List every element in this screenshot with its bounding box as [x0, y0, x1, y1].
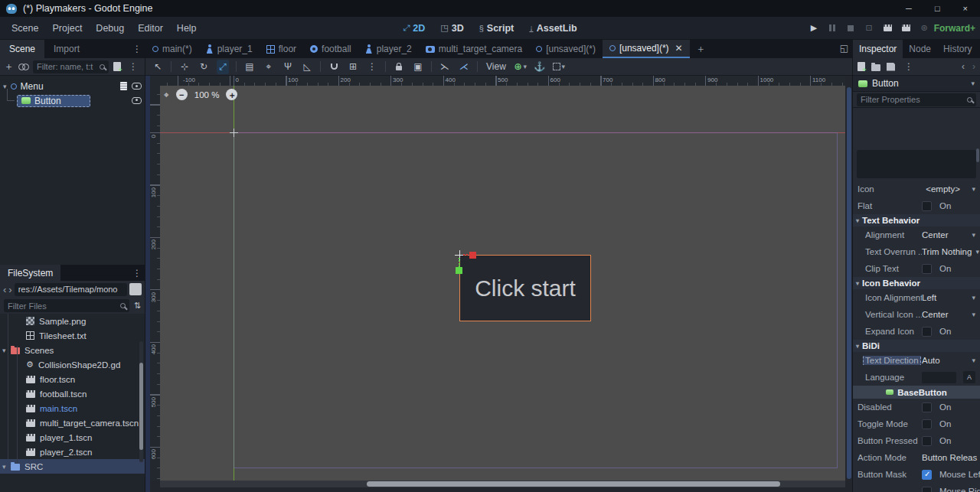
selected-node-pill[interactable]: Button	[17, 95, 90, 107]
ruler-tool-icon[interactable]: ◺	[301, 60, 313, 74]
section-text-behavior[interactable]: ▾Text Behavior	[853, 214, 980, 226]
file-row[interactable]: Sample.png	[0, 314, 145, 328]
pause-icon[interactable]	[827, 24, 838, 33]
file-row[interactable]: player_2.tscn	[0, 445, 145, 459]
workspace-assetlib-button[interactable]: ↓AssetLib	[523, 21, 583, 36]
visibility-eye-icon[interactable]	[132, 97, 142, 104]
instance-scene-button[interactable]	[18, 64, 28, 70]
button-pressed-checkbox[interactable]	[922, 436, 932, 446]
scale-tool-icon[interactable]: ⤢	[217, 60, 229, 74]
text-direction-dropdown[interactable]: Auto▾	[922, 356, 975, 365]
tab-history[interactable]: History	[937, 40, 978, 58]
snap-options-icon[interactable]: ⋮	[366, 60, 378, 74]
attach-script-button[interactable]	[113, 62, 121, 71]
lock-object-icon[interactable]	[393, 60, 405, 74]
scene-tab-unsaved2-active[interactable]: [unsaved](*)✕	[603, 40, 690, 58]
script-attached-icon[interactable]	[120, 82, 127, 90]
file-row[interactable]: player_1.tscn	[0, 430, 145, 445]
display-mode-button[interactable]	[129, 283, 142, 295]
close-tab-icon[interactable]: ✕	[675, 43, 683, 54]
tree-row-menu[interactable]: ▾ Menu	[0, 79, 145, 93]
action-mode-dropdown[interactable]: Button Releas▾	[922, 453, 975, 462]
add-node-here-icon[interactable]: ⊕▾	[514, 60, 527, 74]
skeleton-show-bones-icon[interactable]: ⋌	[458, 60, 470, 74]
scene-tab-player1[interactable]: player_1	[199, 40, 260, 58]
collapse-icon[interactable]: ▾	[2, 347, 6, 354]
renderer-selector[interactable]: Forward+	[934, 23, 975, 34]
rotate-tool-icon[interactable]: ↻	[198, 60, 210, 74]
scene-tree-menu-icon[interactable]: ⋮	[126, 61, 141, 72]
file-row[interactable]: ⚙CollisionShape2D.gd	[0, 357, 145, 372]
pivot-tool-icon[interactable]: ⌖	[263, 60, 275, 74]
menu-debug[interactable]: Debug	[89, 20, 131, 37]
filesystem-menu-icon[interactable]: ⋮	[129, 268, 145, 279]
tree-row-button[interactable]: Button	[0, 93, 145, 108]
anchor-handle-green[interactable]	[456, 267, 462, 274]
container-sizing-icon[interactable]: ▾	[553, 60, 565, 74]
view-menu[interactable]: View	[485, 61, 508, 72]
list-select-tool-icon[interactable]: ▤	[243, 60, 256, 74]
new-scene-tab-button[interactable]: ＋	[690, 40, 712, 58]
vertical-icon-dropdown[interactable]: Center▾	[922, 310, 975, 319]
translation-icon[interactable]: A	[963, 371, 975, 383]
new-resource-icon[interactable]	[858, 62, 865, 71]
minimize-button[interactable]: ─	[906, 4, 912, 13]
distraction-free-icon[interactable]: ◱	[840, 43, 848, 54]
history-back-icon[interactable]: ‹	[962, 61, 965, 72]
canvas-vscrollbar[interactable]	[846, 86, 852, 481]
zoom-out-button[interactable]: −	[176, 89, 188, 100]
sort-files-icon[interactable]: ⇅	[134, 301, 141, 311]
tab-inspector[interactable]: Inspector	[853, 40, 903, 58]
flat-checkbox[interactable]	[922, 201, 932, 211]
save-resource-icon[interactable]	[887, 63, 895, 71]
toggle-mode-checkbox[interactable]	[922, 419, 932, 429]
select-tool-icon[interactable]: ↖	[152, 60, 164, 74]
category-base-button[interactable]: BaseButton	[853, 386, 980, 399]
move-tool-icon[interactable]: ⊹	[178, 60, 191, 74]
mouse-left-checkbox[interactable]	[922, 470, 932, 480]
anchor-handle-red[interactable]	[469, 252, 476, 259]
canvas-button-node[interactable]: Click start	[459, 255, 591, 321]
play-icon[interactable]: ▶	[808, 23, 819, 33]
tab-filesystem[interactable]: FileSystem	[0, 265, 60, 281]
canvas-hscrollbar[interactable]	[160, 481, 845, 487]
inspector-scrollbar[interactable]	[976, 148, 979, 162]
menu-editor[interactable]: Editor	[131, 20, 170, 37]
section-bidi[interactable]: ▾BiDi	[853, 340, 980, 352]
file-row[interactable]: main.tscn	[0, 401, 145, 415]
text-overrun-dropdown[interactable]: Trim Nothing▾	[922, 247, 975, 256]
menu-project[interactable]: Project	[45, 20, 89, 37]
play-custom-scene-icon[interactable]	[900, 24, 911, 33]
smart-snap-icon[interactable]	[328, 60, 340, 74]
pan-tool-icon[interactable]: Ψ	[282, 60, 294, 74]
current-path-input[interactable]	[18, 285, 123, 294]
scene-tab-main[interactable]: main(*)	[145, 40, 199, 58]
file-filter-input[interactable]	[8, 301, 117, 311]
file-row[interactable]: floor.tscn	[0, 372, 145, 386]
icon-alignment-dropdown[interactable]: Left▾	[922, 293, 975, 302]
scene-filter-input[interactable]	[37, 62, 96, 71]
workspace-3d-button[interactable]: ◳3D	[434, 21, 469, 36]
tab-scene[interactable]: Scene	[0, 40, 44, 58]
clip-text-checkbox[interactable]	[922, 264, 932, 274]
alignment-dropdown[interactable]: Center▾	[922, 230, 975, 239]
scene-dock-menu-icon[interactable]: ⋮	[129, 44, 145, 54]
grid-snap-icon[interactable]: ⊞	[347, 60, 359, 74]
anchor-preset-icon[interactable]: ⚓	[534, 60, 546, 74]
mouse-right-checkbox[interactable]	[922, 487, 932, 492]
folder-row[interactable]: ▾SRC	[0, 459, 145, 474]
folder-row[interactable]: ▾Scenes	[0, 343, 145, 357]
disabled-checkbox[interactable]	[922, 402, 932, 412]
menu-scene[interactable]: Scene	[5, 20, 45, 37]
add-node-button[interactable]: ＋	[4, 60, 14, 73]
close-button[interactable]: ×	[963, 4, 968, 13]
resource-options-icon[interactable]: ⋮	[901, 61, 916, 72]
tab-import[interactable]: Import	[44, 40, 89, 58]
center-view-icon[interactable]: ⌖	[164, 90, 169, 100]
scene-tab-player2[interactable]: player_2	[358, 40, 419, 58]
maximize-button[interactable]: □	[935, 4, 940, 13]
scene-tab-unsaved1[interactable]: [unsaved](*)	[529, 40, 603, 58]
stop-icon[interactable]	[845, 24, 856, 33]
scene-tab-football[interactable]: football	[303, 40, 358, 58]
edited-object-selector[interactable]: Button ▾	[853, 76, 980, 92]
